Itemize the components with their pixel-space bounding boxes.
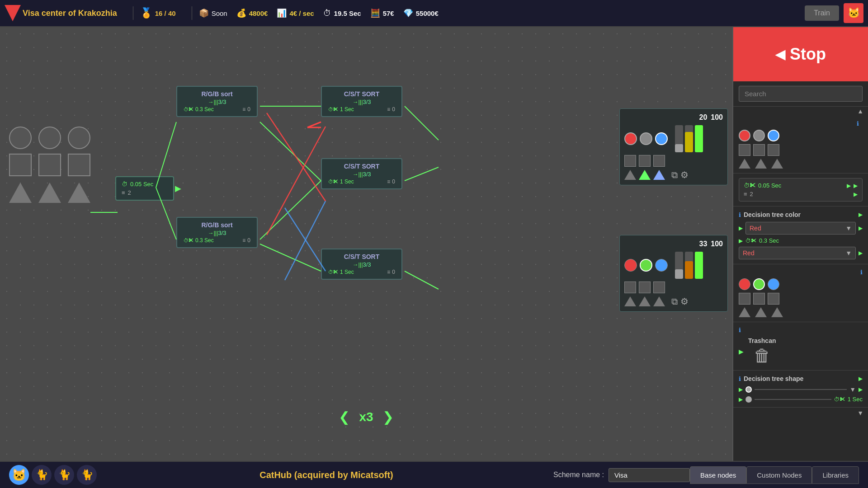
vslider-3[interactable] [695, 125, 703, 152]
vslider-2[interactable] [685, 125, 693, 152]
color-dot-blue2[interactable] [655, 259, 668, 272]
shape-sq-4[interactable] [624, 282, 636, 293]
shape-tri-1[interactable] [624, 170, 636, 180]
panel-sq-5[interactable] [753, 293, 765, 305]
panel-dot-green[interactable] [753, 278, 765, 290]
color-dot-gray[interactable] [640, 132, 652, 145]
dts-play2[interactable]: ▶ [739, 396, 743, 403]
panel-sq-4[interactable] [739, 293, 750, 305]
shape-sq-1[interactable] [624, 155, 636, 167]
vslider-6[interactable] [695, 252, 703, 279]
dts-dd-arrow[interactable]: ▼ [849, 386, 856, 393]
upper-circles-row [624, 125, 723, 152]
dts-right-arrow[interactable]: ▶ [859, 375, 863, 382]
color-dot-red2[interactable] [624, 259, 637, 272]
info-icon-lower[interactable]: ℹ [860, 269, 863, 276]
trashcan-icon[interactable]: 🗑 [754, 346, 771, 366]
layers-icon-2[interactable]: ⧉ [671, 296, 678, 307]
node-cst1[interactable]: C/S/T SORT →|||3/3 ⏱✂ 1 Sec ≡ 0 [321, 86, 402, 117]
mult-left-arrow[interactable]: ❮ [339, 409, 350, 425]
panel-tri-2[interactable] [755, 159, 767, 169]
dtc-info-icon[interactable]: ℹ [739, 211, 741, 218]
search-input[interactable] [739, 86, 863, 102]
scheme-input[interactable] [609, 468, 690, 482]
canvas-area[interactable]: ⏱ 0.05 Sec ≡ 2 ▶ R/G/B sort →|||3/3 ⏱✂ 0… [0, 27, 732, 461]
vslider-1[interactable] [675, 125, 683, 152]
panel-nodecard-inner[interactable]: ⏱✂ 0.05 Sec ▶ ▶ ≡ 2 ▶ [739, 178, 863, 202]
tab-base-nodes[interactable]: Base nodes [690, 466, 746, 484]
tab-libraries[interactable]: Libraries [812, 466, 859, 484]
dtc-arr[interactable]: ▶ [859, 225, 863, 231]
shape-sq-3[interactable] [653, 155, 665, 167]
tab-custom-nodes[interactable]: Custom Nodes [746, 466, 812, 484]
vslider-4[interactable] [675, 252, 683, 279]
dtc-dropdown2[interactable]: Red ▼ [739, 247, 856, 259]
dtc-play[interactable]: ▶ [859, 211, 863, 218]
dts-right-arr2[interactable]: ▶ [859, 386, 863, 393]
panel-dot-blue[interactable] [768, 130, 779, 141]
shape-sq-2[interactable] [639, 155, 651, 167]
stat-calc: 🧮 57€ [370, 8, 394, 18]
vslider-5[interactable] [685, 252, 693, 279]
node-rgb2[interactable]: R/G/B sort →|||3/3 ⏱✂ 0.3 Sec ≡ 0 [176, 217, 258, 248]
nc-play-right[interactable]: ▶ [854, 183, 858, 189]
stop-button[interactable]: Stop [733, 27, 868, 81]
panel-sq-2[interactable] [753, 144, 765, 156]
trash-icon-group[interactable]: Trashcan 🗑 [748, 337, 776, 366]
shape-sq-5[interactable] [639, 282, 651, 293]
mult-right-arrow[interactable]: ❯ [382, 409, 394, 425]
shape-tri-3-blue[interactable] [653, 170, 665, 180]
panel-tri-6[interactable] [771, 307, 783, 317]
shape-tri-5[interactable] [639, 296, 651, 306]
panel-dot-gray[interactable] [753, 130, 765, 141]
panel-tri-3[interactable] [771, 159, 783, 169]
panel-sq-6[interactable] [768, 293, 779, 305]
train-button[interactable]: Train [805, 5, 839, 21]
trash-info-icon[interactable]: ℹ [739, 327, 741, 333]
dtc-play3[interactable]: ▶ [739, 238, 743, 244]
color-dot-blue[interactable] [655, 132, 668, 145]
panel-sq-1[interactable] [739, 144, 750, 156]
shape-tri-6[interactable] [653, 296, 665, 306]
dts-dot-selected[interactable] [745, 386, 752, 393]
node-rgb1[interactable]: R/G/B sort →|||3/3 ⏱✂ 0.3 Sec ≡ 0 [176, 86, 258, 117]
shape-tri-2-green[interactable] [639, 170, 651, 180]
shape-tri-4[interactable] [624, 296, 636, 306]
panel-dot-blue2[interactable] [768, 278, 779, 290]
corner-cat-icon[interactable]: 🐱 [844, 3, 863, 23]
color-dot-green[interactable] [640, 259, 652, 272]
scroll-down-arrow[interactable]: ▼ [857, 409, 863, 417]
lower-squares-row [624, 282, 723, 293]
nc-arrow[interactable]: ▶ [854, 191, 858, 197]
info-icon-upper[interactable]: ℹ [857, 120, 859, 127]
cat-icon-2[interactable]: 🐈 [32, 465, 52, 485]
trash-play[interactable]: ▶ [739, 348, 744, 355]
cat-icon-primary[interactable]: 🐱 [9, 465, 29, 485]
panel-tri-5[interactable] [755, 307, 767, 317]
minicard-queue-icon: ≡ [122, 189, 125, 196]
cat-icon-3[interactable]: 🐈 [54, 465, 74, 485]
panel-dot-red2[interactable] [739, 278, 750, 290]
panel-dot-red[interactable] [739, 130, 750, 141]
node-cst2[interactable]: C/S/T SORT →|||3/3 ⏱✂ 1 Sec ≡ 0 [321, 158, 402, 189]
dts-play[interactable]: ▶ [739, 386, 743, 393]
dts-dot2[interactable] [745, 396, 752, 403]
dts-info-icon[interactable]: ℹ [739, 375, 741, 382]
panel-sq-3[interactable] [768, 144, 779, 156]
pal-circle-3 [68, 127, 90, 149]
scroll-up-arrow[interactable]: ▲ [857, 108, 863, 115]
panel-tri-4[interactable] [739, 307, 750, 317]
node-cst3[interactable]: C/S/T SORT →|||3/3 ⏱✂ 1 Sec ≡ 0 [321, 249, 402, 280]
dtc-arr2[interactable]: ▶ [859, 250, 863, 256]
shape-sq-6[interactable] [653, 282, 665, 293]
nc-play-left[interactable]: ▶ [847, 183, 851, 189]
dtc-play2[interactable]: ▶ [739, 225, 743, 231]
panel-tri-1[interactable] [739, 159, 750, 169]
layers-icon[interactable]: ⧉ [671, 170, 678, 180]
color-dot-red[interactable] [624, 132, 637, 145]
dtc-dropdown1[interactable]: Red ▼ [745, 222, 856, 235]
settings-icon-2[interactable]: ⚙ [680, 296, 689, 307]
settings-icon[interactable]: ⚙ [680, 169, 689, 180]
cat-icon-4[interactable]: 🐈 [77, 465, 97, 485]
upper-val-100: 100 [711, 113, 723, 122]
